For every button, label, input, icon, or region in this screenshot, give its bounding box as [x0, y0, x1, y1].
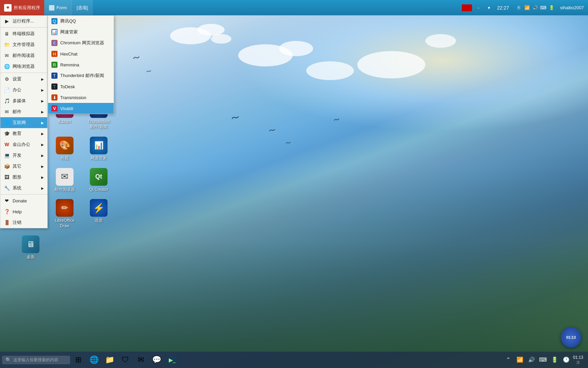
bluetooth-icon[interactable]: ⎘ — [516, 5, 522, 11]
desktop-icon-lodraw[interactable]: ✏ LibreOffice Draw — [51, 199, 78, 229]
submenu-vivaldi[interactable]: V Vivaldi — [48, 103, 114, 114]
kazam-label: Kazam — [58, 119, 71, 125]
dropdown-button[interactable]: ▼ — [485, 0, 493, 15]
desktop-icon-qt[interactable]: Qt Qt Creator — [85, 168, 112, 193]
form-window-button[interactable]: Form — [44, 0, 72, 15]
submenu-todesk[interactable]: T ToDesk — [48, 81, 114, 92]
circle-time-button[interactable]: 01:13 — [561, 327, 581, 348]
help-icon: ❓ — [4, 209, 10, 215]
menu-item-mail2[interactable]: ✉ 邮件 ▶ — [0, 106, 47, 117]
desktop-label: 桌面 — [27, 255, 35, 260]
education-label: 教育 — [13, 131, 21, 137]
network-icon[interactable]: 📶 — [524, 5, 530, 11]
shield-taskbar-icon: 🛡 — [121, 355, 129, 364]
qt-label: Qt Creator — [89, 187, 108, 193]
education-arrow: ▶ — [41, 132, 44, 136]
internet-icon: 🌐 — [4, 120, 10, 126]
tag-button[interactable]: [选项] — [72, 0, 93, 15]
menu-item-settings[interactable]: ⚙ 设置 ▶ — [0, 74, 47, 85]
terminal-taskbar-icon: ▶_ — [167, 356, 177, 364]
volume-icon[interactable]: 🔊 — [532, 5, 538, 11]
cloud-7 — [357, 51, 425, 78]
run-icon: ▶ — [4, 18, 10, 24]
app-menu-label: 所有应用程序 — [14, 5, 40, 11]
taskbar-icon-mail[interactable]: ✉ — [133, 352, 148, 367]
office-icon: 📄 — [4, 87, 10, 93]
keyboard-icon[interactable]: ⌨ — [540, 5, 546, 11]
desktop-icon-appearance[interactable]: 🎨 外观 — [51, 137, 78, 161]
menu-item-wps[interactable]: W 金山办公 ▶ — [0, 139, 47, 150]
system-icon: 🔧 — [4, 185, 10, 191]
tray-keyboard2-icon[interactable]: ⌨ — [538, 355, 548, 365]
graphics-label: 图形 — [13, 174, 21, 180]
todesk-icon: T — [51, 83, 58, 90]
tencent-qq-label: 腾讯QQ — [60, 18, 76, 24]
taskbar-icon-wechat[interactable]: 💬 — [149, 352, 164, 367]
battery-icon[interactable]: 🔋 — [549, 5, 555, 11]
taskbar-icon-shield[interactable]: 🛡 — [118, 352, 133, 367]
menu-item-donate[interactable]: ❤ Donate — [0, 195, 47, 206]
separator-3 — [0, 194, 47, 195]
run-label: 运行程序... — [13, 18, 34, 24]
submenu-tencent-qq[interactable]: Q 腾讯QQ — [48, 16, 114, 27]
wps-label: 金山办公 — [13, 141, 30, 148]
menu-item-other[interactable]: 📦 其它 ▶ — [0, 161, 47, 172]
tray-clock-icon[interactable]: 🕐 — [561, 355, 571, 365]
system-arrow: ▶ — [41, 186, 44, 190]
submenu-hexchat[interactable]: H HexChat — [48, 48, 114, 59]
app-menu-button[interactable]: ❖ 所有应用程序 — [0, 0, 44, 15]
app-menu-popup: ▶ 运行程序... 🖥 终端模拟器 📁 文件管理器 ✉ 邮件阅读器 🌐 网络浏览… — [0, 15, 48, 228]
settings-arrow: ▶ — [41, 77, 44, 81]
menu-item-internet[interactable]: 🌐 互联网 ▶ — [0, 117, 47, 128]
menu-item-dev[interactable]: 💻 开发 ▶ — [0, 150, 47, 161]
internet-submenu: Q 腾讯QQ 📊 网速管家 C Chromium 网页浏览器 H HexChat… — [48, 15, 114, 114]
office-label: 办公 — [13, 87, 21, 93]
tray-arrow-icon[interactable]: ⌃ — [504, 355, 513, 365]
menu-item-terminal[interactable]: 🖥 终端模拟器 — [0, 28, 47, 39]
minimize-button[interactable]: - — [473, 0, 484, 15]
menu-item-files[interactable]: 📁 文件管理器 — [0, 39, 47, 50]
wechat-icon: 💬 — [152, 355, 161, 364]
tray-battery2-icon[interactable]: 🔋 — [550, 355, 559, 365]
menu-item-system[interactable]: 🔧 系统 ▶ — [0, 183, 47, 194]
menu-item-office[interactable]: 📄 办公 ▶ — [0, 85, 47, 95]
menu-item-multimedia[interactable]: 🎵 多媒体 ▶ — [0, 95, 47, 106]
donate-label: Donate — [13, 198, 27, 203]
username: sihaibo2007 — [559, 5, 585, 10]
taskbar-icon-files[interactable]: 📁 — [102, 352, 117, 367]
desktop-icon-xunlei[interactable]: ⚡ 迅雷 — [85, 199, 112, 224]
submenu-chromium[interactable]: C Chromium 网页浏览器 — [48, 37, 114, 48]
menu-item-education[interactable]: 🎓 教育 ▶ — [0, 128, 47, 139]
bottom-search-bar[interactable]: 🔍 这里输入你要搜索的内容 — [2, 356, 70, 364]
logout-icon: 🚪 — [4, 219, 10, 226]
menu-item-browser[interactable]: 🌐 网络浏览器 — [0, 61, 47, 72]
separator-1 — [0, 27, 47, 28]
menu-item-logout[interactable]: 🚪 注销 — [0, 217, 47, 228]
other-label: 其它 — [13, 163, 21, 169]
menu-item-mail-reader[interactable]: ✉ 邮件阅读器 — [0, 50, 47, 61]
settings-icon: ⚙ — [4, 76, 10, 82]
thunderbird-desk-label: Thunderbird 邮件/新闻 — [85, 119, 112, 130]
form-icon — [49, 5, 54, 11]
tag-label: [选项] — [77, 5, 88, 11]
menu-item-run[interactable]: ▶ 运行程序... — [0, 16, 47, 27]
submenu-transmission[interactable]: ⬇ Transmission — [48, 92, 114, 103]
taskbar-icon-multitask[interactable]: ⊞ — [71, 352, 86, 367]
tray-volume-icon[interactable]: 🔊 — [527, 355, 536, 365]
tray-network-icon[interactable]: 📶 — [515, 355, 525, 365]
tray-time-display: 01:13 汉 — [573, 355, 583, 365]
desktop-icon-desktop[interactable]: 🖥 桌面 — [17, 235, 44, 260]
submenu-remmina[interactable]: R Remmina — [48, 59, 114, 70]
remmina-label: Remmina — [60, 62, 79, 67]
lodraw-icon: ✏ — [56, 199, 74, 217]
taskbar-icon-browser[interactable]: 🌐 — [86, 352, 101, 367]
taskbar-icon-terminal[interactable]: ▶_ — [165, 352, 180, 367]
submenu-netspeed[interactable]: 📊 网速管家 — [48, 27, 114, 37]
submenu-thunderbird[interactable]: T Thunderbird 邮件/新闻 — [48, 70, 114, 81]
menu-item-help[interactable]: ❓ Help — [0, 206, 47, 217]
menu-item-graphics[interactable]: 🖼 图形 ▶ — [0, 172, 47, 183]
files-icon: 📁 — [4, 42, 10, 48]
desktop-icon-mail-reader[interactable]: ✉ 邮件阅读器 — [51, 168, 78, 193]
desktop-icon-netspeed[interactable]: 📊 网速管家 — [85, 137, 112, 161]
other-icon: 📦 — [4, 163, 10, 169]
